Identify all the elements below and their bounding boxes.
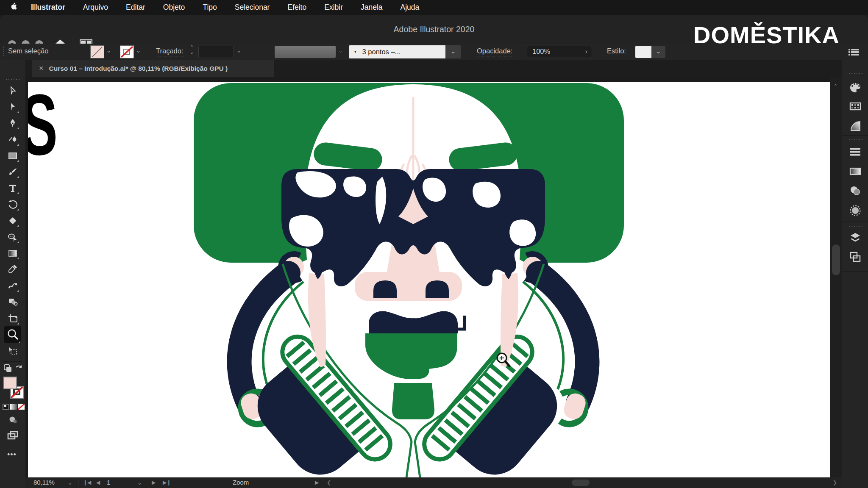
shape-builder-tool[interactable] [8, 232, 18, 242]
isolate-mode-icon[interactable] [3, 364, 13, 375]
artboard-tool[interactable] [8, 313, 18, 324]
rectangle-tool[interactable] [8, 151, 18, 161]
artboard-letter: S [28, 82, 58, 173]
symbol-sprayer-tool[interactable] [8, 297, 18, 307]
artboards-panel-icon[interactable] [849, 251, 861, 263]
vertical-scrollbar[interactable]: ⌃ [830, 77, 842, 477]
dock-drag-handle[interactable] [848, 72, 862, 75]
none-mode-chip[interactable] [18, 404, 25, 410]
none-slash-icon [120, 46, 134, 58]
menu-objeto[interactable]: Objeto [154, 3, 194, 12]
rotate-view-icon[interactable] [14, 364, 24, 375]
gradient-panel-icon[interactable] [849, 165, 861, 177]
eyedropper-tool[interactable] [8, 264, 18, 274]
illustrator-window: Illustrator Arquivo Editar Objeto Tipo S… [0, 0, 868, 488]
swatches-panel-icon[interactable] [849, 100, 861, 112]
zoom-level-value[interactable]: 80,11% [33, 479, 55, 486]
direct-selection-tool[interactable] [8, 102, 18, 112]
brush-style-value: 3 pontos –... [362, 48, 401, 56]
brush-style-dropdown[interactable]: • 3 pontos –... [349, 45, 445, 58]
last-artboard-icon[interactable]: ▶❙ [163, 480, 171, 485]
color-guide-panel-icon[interactable] [849, 120, 861, 132]
apple-menu[interactable] [0, 2, 21, 13]
pen-tool[interactable] [8, 118, 18, 128]
toolbar-fill-swatch[interactable] [3, 377, 17, 389]
status-expand-icon[interactable]: ▶ [315, 480, 319, 485]
stroke-weight-label[interactable]: Traçado: [156, 47, 184, 56]
menu-tipo[interactable]: Tipo [194, 3, 225, 12]
zoom-level-chevron-icon[interactable]: ⌄ [68, 480, 72, 486]
curvature-tool[interactable] [8, 135, 18, 145]
toolbar-drag-handle[interactable] [5, 78, 20, 81]
paintbrush-tool[interactable] [8, 167, 18, 177]
draw-mode-icon[interactable] [8, 415, 17, 426]
color-mode-chip[interactable] [3, 404, 9, 410]
gradient-mode-chip[interactable] [10, 404, 17, 410]
rotate-tool[interactable] [8, 200, 18, 210]
menu-janela[interactable]: Janela [352, 3, 392, 12]
stroke-swatch-chevron-icon[interactable]: ⌄ [136, 47, 141, 54]
appearance-panel-icon[interactable] [849, 205, 861, 216]
brush-preview-chevron-icon: ⌄ [338, 47, 343, 54]
scroll-right-icon[interactable]: ❯ [833, 480, 837, 485]
menu-illustrator[interactable]: Illustrator [21, 3, 74, 12]
right-nostril [426, 280, 449, 298]
dock-drag-handle[interactable] [848, 225, 862, 227]
menu-editar[interactable]: Editar [117, 3, 154, 12]
brush-style-chevron-button[interactable]: ⌄ [445, 45, 461, 58]
artboard[interactable]: S [28, 82, 830, 477]
eraser-tool[interactable] [8, 216, 18, 226]
opacity-label[interactable]: Opacidade: [477, 47, 512, 56]
transparency-panel-icon[interactable] [849, 185, 861, 197]
menu-ajuda[interactable]: Ajuda [392, 3, 428, 12]
free-transform-tool[interactable] [8, 346, 18, 356]
color-chip-inner [4, 405, 6, 407]
next-artboard-icon[interactable]: ▶ [152, 480, 156, 485]
style-swatch[interactable] [635, 46, 651, 58]
menu-exibir[interactable]: Exibir [315, 3, 352, 12]
width-tool[interactable] [8, 281, 18, 291]
apple-icon [11, 2, 18, 11]
color-panel-icon[interactable] [849, 81, 861, 93]
scroll-up-icon[interactable]: ⌃ [833, 83, 838, 89]
fill-color-swatch[interactable] [90, 45, 104, 58]
stroke-panel-icon[interactable] [849, 146, 861, 158]
macos-menu-bar: Illustrator Arquivo Editar Objeto Tipo S… [0, 0, 868, 15]
brush-preview [275, 46, 336, 58]
selection-tool[interactable] [8, 86, 18, 96]
gradient-tool[interactable] [8, 248, 18, 258]
dock-drag-handle[interactable] [848, 139, 862, 141]
screen-mode-icon[interactable] [7, 431, 18, 442]
menu-selecionar[interactable]: Selecionar [226, 3, 279, 12]
style-chevron-button[interactable]: ⌄ [651, 46, 665, 58]
toolbar-more-icon[interactable]: ••• [7, 450, 17, 459]
type-tool[interactable] [8, 183, 18, 193]
menu-arquivo[interactable]: Arquivo [74, 3, 117, 12]
document-tab[interactable]: × Curso 01 – Introdução.ai* @ 80,11% (RG… [32, 60, 274, 77]
controlbar-drag-handle[interactable] [3, 46, 5, 57]
vertical-scroll-thumb[interactable] [832, 244, 840, 275]
stroke-weight-chevron-icon[interactable]: ⌄ [236, 47, 241, 54]
horizontal-scroll-thumb[interactable] [572, 480, 590, 486]
stroke-weight-field[interactable] [198, 46, 234, 58]
artboard-chevron-icon[interactable]: ⌄ [137, 480, 142, 486]
canvas-area[interactable]: S [25, 77, 830, 477]
artboard-number-value[interactable]: 1 [107, 479, 110, 486]
stroke-color-swatch[interactable] [120, 45, 134, 58]
opacity-expand-chevron-icon[interactable]: › [585, 47, 588, 55]
first-artboard-icon[interactable]: ❙◀ [83, 480, 91, 485]
tab-title: Curso 01 – Introdução.ai* @ 80,11% (RGB/… [49, 65, 228, 72]
scroll-left-icon[interactable]: ❮ [327, 480, 331, 485]
magnifier-icon [4, 326, 21, 343]
opacity-field[interactable]: 100% › [527, 46, 592, 58]
stroke-stepper[interactable]: ⌃⌄ [190, 44, 194, 55]
current-tool-label[interactable]: Zoom [233, 479, 249, 486]
control-panel-menu-icon[interactable] [848, 47, 860, 57]
domestika-watermark: DOMĚSTIKA [693, 21, 840, 49]
layers-panel-icon[interactable] [849, 232, 861, 244]
fill-swatch-chevron-icon[interactable]: ⌄ [106, 47, 111, 54]
previous-artboard-icon[interactable]: ◀ [96, 480, 100, 485]
menu-efeito[interactable]: Efeito [278, 3, 315, 12]
tab-close-icon[interactable]: × [39, 64, 44, 73]
zoom-tool-active[interactable] [4, 326, 21, 343]
